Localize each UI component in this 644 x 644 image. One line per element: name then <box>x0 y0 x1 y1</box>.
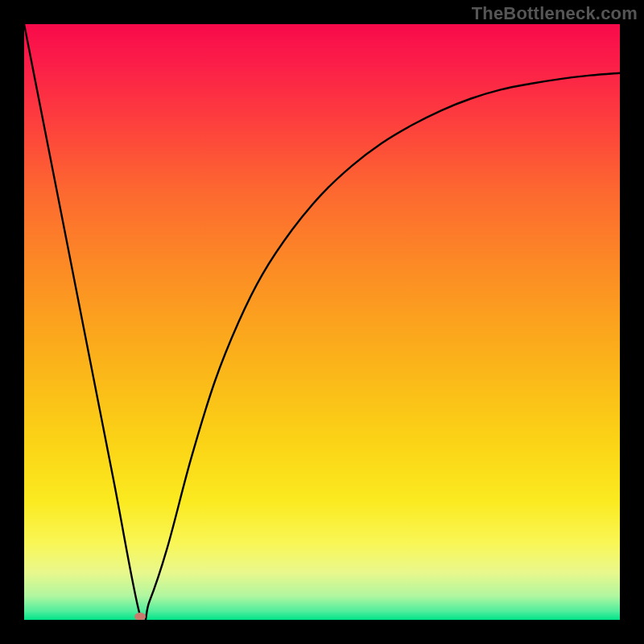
minimum-marker <box>134 613 146 620</box>
bottleneck-curve <box>24 24 620 620</box>
chart-frame: TheBottleneck.com <box>0 0 644 644</box>
attribution-label: TheBottleneck.com <box>472 3 638 24</box>
plot-area <box>24 24 620 620</box>
curve-layer <box>24 24 620 620</box>
